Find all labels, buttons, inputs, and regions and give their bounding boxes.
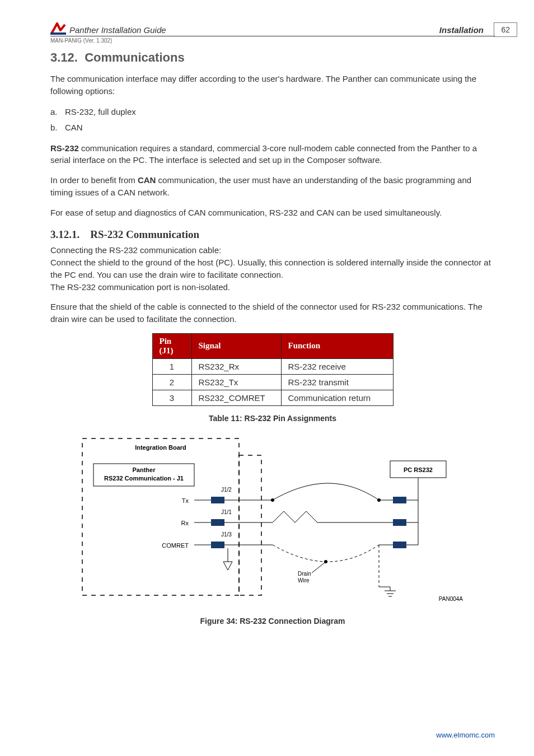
svg-rect-0 [50,32,66,35]
section-intro: The communication interface may differ a… [50,73,495,97]
fig-panther-label: Panther [133,466,156,473]
fig-drain-label: Drain [298,571,311,577]
cell-function: RS-232 receive [281,358,393,374]
cell-pin: 2 [152,374,191,390]
table-caption: Table 11: RS-232 Pin Assignments [50,414,495,423]
svg-rect-23 [211,542,224,548]
fig-tx-label: Tx [182,497,189,504]
svg-marker-29 [223,562,232,570]
list-item-label: a. [50,105,65,119]
svg-rect-2 [239,455,261,595]
fig-j11-label: J1/1 [221,509,232,515]
rs232-bold: RS-232 [50,143,79,153]
header-section-label: Installation [439,25,484,35]
brand-logo-icon [50,22,66,35]
subsection-p2: Connect the shield to the ground of the … [50,256,495,281]
fig-panther-sub-label: RS232 Communication - J1 [104,475,184,482]
list-item: b. CAN [50,121,495,134]
options-list: a. RS-232, full duplex b. CAN [50,105,495,134]
table-row: 1 RS232_Rx RS-232 receive [152,358,393,374]
subsection-number: 3.12.1. [50,228,79,240]
cell-pin: 3 [152,390,191,405]
fig-wire-label: Wire [298,577,310,584]
fig-integration-board-label: Integration Board [135,444,186,451]
fig-j13-label: J1/3 [221,531,232,538]
svg-rect-16 [211,519,224,526]
figure-caption: Figure 34: RS-232 Connection Diagram [50,617,495,626]
rs232-text: communication requires a standard, comme… [50,143,477,165]
doc-version: MAN-PANIG (Ver. 1.302) [50,38,495,44]
section-number: 3.12. [50,50,78,64]
table-row: 3 RS232_COMRET Communication return [152,390,393,405]
list-item-label: b. [50,121,65,134]
rs232-paragraph: RS-232 communication requires a standard… [50,142,495,167]
svg-rect-1 [82,438,239,595]
cell-function: RS-232 transmit [281,374,393,390]
list-item-text: CAN [65,121,83,134]
cell-pin: 1 [152,358,191,374]
ease-paragraph: For ease of setup and diagnostics of CAN… [50,207,495,219]
table-row: 2 RS232_Tx RS-232 transmit [152,374,393,390]
svg-line-31 [312,562,326,573]
svg-rect-3 [239,438,261,455]
subsection-p4: Ensure that the shield of the cable is c… [50,301,495,325]
page-number: 62 [494,22,517,37]
th-function: Function [281,333,393,358]
subsection-heading: 3.12.1. RS-232 Communication [50,228,495,241]
connection-diagram: Integration Board Panther RS232 Communic… [50,433,495,609]
fig-code-label: PAN004A [439,596,463,602]
header-guide-title: Panther Installation Guide [69,25,439,35]
list-item-text: RS-232, full duplex [65,105,136,119]
pin-table: Pin (J1) Signal Function 1 RS232_Rx RS-2… [152,333,394,406]
footer-url[interactable]: www.elmomc.com [436,731,495,739]
svg-rect-7 [211,497,224,503]
can-pre: In order to benefit from [50,175,138,185]
cell-signal: RS232_Rx [191,358,281,374]
th-pin: Pin (J1) [152,333,191,358]
fig-comret-label: COMRET [162,542,189,549]
subsection-title: RS-232 Communication [90,228,199,240]
can-bold: CAN [138,175,156,185]
subsection-p3: The RS-232 communication port is non-iso… [50,281,495,293]
svg-rect-20 [393,519,406,526]
can-paragraph: In order to benefit from CAN communicati… [50,174,495,199]
list-item: a. RS-232, full duplex [50,105,495,119]
svg-rect-12 [393,497,406,503]
section-heading: 3.12. Communications [50,50,495,65]
th-signal: Signal [191,333,281,358]
fig-pc-label: PC RS232 [404,466,433,473]
cell-signal: RS232_COMRET [191,390,281,405]
cell-signal: RS232_Tx [191,374,281,390]
fig-j12-label: J1/2 [221,487,232,493]
svg-rect-26 [393,542,406,548]
fig-rx-label: Rx [181,520,189,526]
cell-function: Communication return [281,390,393,405]
section-title: Communications [85,50,184,64]
subsection-p1: Connecting the RS-232 communication cabl… [50,244,495,256]
